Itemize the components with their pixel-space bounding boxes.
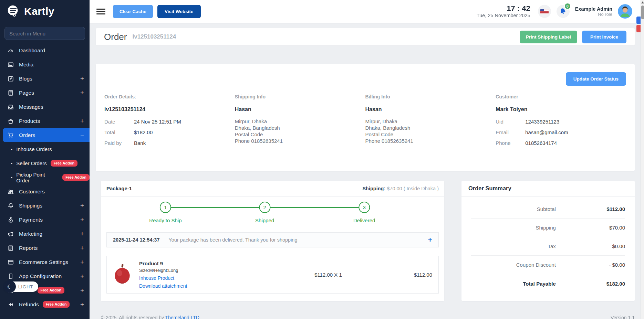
sidebar-item-label: Media (19, 62, 33, 68)
customer-detail-value: 124339251123 (525, 119, 559, 125)
footer-company-link[interactable]: Themeland LTD (165, 315, 199, 319)
scrollbar-up-arrow[interactable] (641, 1, 644, 3)
customer-detail-value: hasan@gmail.com (525, 129, 568, 135)
update-order-status-button[interactable]: Update Order Status (566, 72, 626, 86)
order-summary-rows: Subtotal$112.00Shipping$70.00Tax$0.00Cou… (461, 196, 635, 293)
collapse-minus-icon[interactable]: − (80, 132, 84, 138)
theme-toggle[interactable]: ☾ LIGHT (4, 281, 38, 292)
customer-column: Customer Mark Toiyen Uid124339251123Emai… (496, 94, 626, 151)
sidebar-subitem-seller-orders[interactable]: •Seller OrdersFree Addon (0, 156, 90, 170)
expand-plus-icon[interactable]: + (80, 216, 84, 223)
sidebar-item-shippings[interactable]: Shippings+ (0, 199, 90, 213)
notifications-button[interactable]: 0 (557, 5, 570, 18)
shipping-info-heading: Shipping Info (235, 94, 355, 99)
pages-icon (8, 90, 14, 96)
product-name: Product 9 (139, 260, 242, 266)
scrollbar-thumb[interactable] (641, 6, 644, 19)
sidebar-item-label: Customers (19, 189, 45, 195)
sidebar-subitem-pickup-point-order[interactable]: •Pickup Point OrderFree Addon (0, 170, 90, 184)
sidebar-item-customers[interactable]: Customers (0, 184, 90, 199)
language-flag-button[interactable] (538, 5, 551, 18)
sidebar-item-label: Pages (19, 90, 34, 96)
sidebar-item-label: Orders (19, 132, 35, 138)
sidebar-item-label: Payments (19, 217, 43, 223)
address-line: Phone 01852635241 (365, 138, 486, 144)
print-invoice-button[interactable]: Print Invoice (582, 31, 626, 43)
topbar-right-cluster: 17 : 42 Tue, 25 November 2025 0 Example … (477, 4, 632, 19)
clear-cache-button[interactable]: Clear Cache (113, 5, 153, 18)
gauge-icon (8, 47, 14, 54)
expand-plus-icon[interactable]: + (80, 231, 84, 237)
product-line-total: $112.00 (414, 272, 432, 278)
sidebar-item-ecommerce-settings[interactable]: Ecommerce Settings+ (0, 255, 90, 269)
sidebar-item-pages[interactable]: Pages+ (0, 86, 90, 100)
shipping-address: Mirpur, DhakaDhaka, BangladeshPostal Cod… (235, 118, 355, 144)
user-name: Example Admin (575, 6, 612, 12)
expand-plus-icon[interactable]: + (80, 287, 84, 294)
free-addon-badge: Free Addon (51, 160, 78, 167)
expand-plus-icon[interactable]: + (80, 273, 84, 279)
sidebar-item-media[interactable]: Media (0, 57, 90, 72)
address-line: Postal Code (365, 131, 486, 138)
order-detail-row: Paid byBank (104, 140, 225, 146)
inhouse-product-link[interactable]: Inhouse Product (139, 275, 242, 281)
summary-row-label: Subtotal (471, 206, 556, 212)
rewind-icon (8, 301, 14, 308)
download-attachment-link[interactable]: Download attatchment (139, 283, 242, 289)
customer-detail-label: Email (496, 129, 525, 135)
timeline-expand-icon[interactable]: + (428, 236, 432, 244)
step-number: 1 (160, 202, 171, 213)
expand-plus-icon[interactable]: + (80, 118, 84, 124)
expand-plus-icon[interactable]: + (80, 75, 84, 82)
order-detail-label: Date (104, 119, 134, 125)
sidebar-item-app-configuration[interactable]: App Configuration+ (0, 269, 90, 283)
expand-plus-icon[interactable]: + (80, 202, 84, 209)
sidebar-item-orders[interactable]: Orders− (3, 128, 90, 142)
menu-search-input[interactable] (4, 27, 85, 40)
summary-row: Subtotal$112.00 (471, 200, 625, 219)
sidebar-subitem-inhouse-orders[interactable]: •Inhouse Orders (0, 142, 90, 156)
sidebar-subitem-label: Inhouse Orders (16, 146, 52, 152)
product-row: Product 9 Size:M/Height:Long Inhouse Pro… (106, 256, 439, 294)
summary-row-value: $112.00 (556, 206, 625, 212)
sidebar-item-label: Messages (19, 104, 43, 110)
user-role: No role (575, 12, 612, 17)
sidebar-item-blogs[interactable]: Blogs+ (0, 72, 90, 86)
step-label: Delivered (353, 217, 375, 223)
users-icon (8, 189, 14, 195)
timeline-timestamp: 2025-11-24 12:54:37 (113, 237, 159, 243)
print-shipping-label-button[interactable]: Print Shipping Label (520, 31, 577, 43)
order-detail-label: Total (104, 129, 134, 135)
expand-plus-icon[interactable]: + (80, 89, 84, 96)
address-line: Postal Code (235, 131, 355, 138)
product-variant: Size:M/Height:Long (139, 268, 242, 273)
page-scrollbar[interactable] (641, 0, 644, 319)
sidebar-item-marketing[interactable]: Marketing+ (0, 227, 90, 241)
expand-plus-icon[interactable]: + (80, 245, 84, 251)
expand-plus-icon[interactable]: + (80, 301, 84, 308)
sidebar-item-label: Blogs (19, 76, 32, 82)
avatar[interactable] (618, 4, 632, 19)
footer-copyright: © 2025, All rights reserved by Themeland… (101, 315, 199, 319)
billing-info-heading: Billing Info (365, 94, 486, 99)
sidebar-item-reports[interactable]: Reports+ (0, 241, 90, 255)
sidebar-item-payments[interactable]: Payments+ (0, 213, 90, 227)
sidebar-item-products[interactable]: Products+ (0, 114, 90, 128)
clock-time: 17 : 42 (477, 4, 530, 13)
hamburger-menu-icon[interactable] (96, 9, 105, 14)
sidebar-item-label: Reports (19, 245, 38, 251)
sidebar-subitem-label: Pickup Point Order (16, 172, 59, 183)
brand-logo[interactable]: Kartly (0, 0, 90, 23)
expand-plus-icon[interactable]: + (80, 259, 84, 265)
megaphone-icon (8, 231, 14, 237)
sidebar-item-messages[interactable]: Messages (0, 100, 90, 114)
title-actions: Print Shipping Label Print Invoice (520, 31, 626, 43)
cart-icon (8, 132, 14, 138)
visit-website-button[interactable]: Visit Website (157, 5, 201, 18)
sidebar-item-dashboard[interactable]: Dashboard (0, 43, 90, 57)
product-info: Product 9 Size:M/Height:Long Inhouse Pro… (139, 260, 242, 289)
customer-detail-row: Uid124339251123 (496, 119, 616, 125)
report-icon (8, 245, 14, 251)
sidebar-item-refunds[interactable]: RefundsFree Addon+ (0, 297, 90, 311)
bullet-icon: • (11, 174, 12, 180)
